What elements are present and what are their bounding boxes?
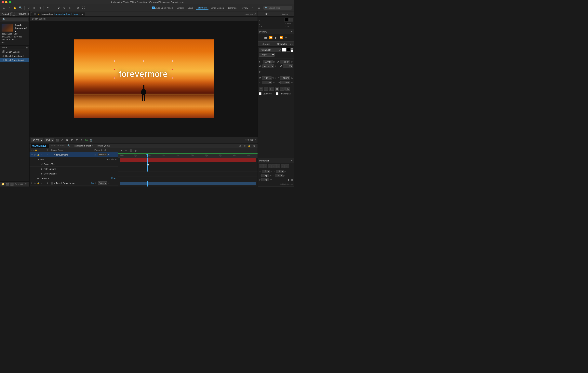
tl-flow-btn[interactable]: ⛓ [134,149,137,153]
list-item[interactable]: 🎞 Beach Sunset.mp4 [0,54,29,58]
vertical-scale-input[interactable] [262,76,272,80]
fmt-bold[interactable]: T [259,87,263,91]
add-color-btn[interactable]: + [289,18,293,21]
layer-row[interactable]: ◷ Source Text [30,162,118,167]
comp-tab-beach-sunset[interactable]: ⬛ 🔒 Composition Composition Beach Sunset… [31,12,85,16]
space-after-input[interactable] [261,178,269,181]
char-menu[interactable]: ≡ [290,43,292,45]
justify-center[interactable]: ≡ [276,164,280,168]
viewer-canvas[interactable]: forevermore [30,21,258,137]
fmt-superscript[interactable]: T² [280,87,284,91]
justify-right[interactable]: ≡ [281,164,284,168]
tab-info[interactable]: Info [258,12,276,16]
eraser-tool[interactable]: ◇ [67,6,72,10]
maximize-button[interactable] [9,1,11,3]
selection-box[interactable] [114,61,173,78]
kerning-select[interactable]: Metrics [262,64,274,68]
handle-bot-right[interactable] [172,77,173,78]
kerning-dropdown[interactable]: ▼ [275,65,277,67]
fmt-subscript[interactable]: T₂ [285,87,290,91]
render-queue[interactable]: Render Queue [96,145,110,147]
expand-transform-1[interactable]: ▶ [37,177,39,179]
quality-select[interactable]: Full [44,138,54,142]
text-tool[interactable]: T [51,6,56,10]
camera-icon[interactable]: 📷 [89,138,93,142]
brush-tool[interactable]: 🖌 [56,6,61,10]
tl-graph-btn[interactable]: ⊠ [242,144,247,148]
go-to-end[interactable]: ⏭ [284,36,288,40]
tsume-input[interactable] [280,81,290,84]
tab-libraries[interactable]: Libraries [258,42,274,46]
indent-left-input[interactable] [262,170,270,173]
expand-text[interactable]: ▼ [37,159,39,160]
para-end-btn[interactable]: ⏭ [290,178,293,181]
expand-more[interactable]: ▶ [41,173,43,175]
timeline-timecode[interactable] [31,144,49,148]
track-bar-2[interactable] [120,182,256,185]
project-search-input[interactable] [1,18,28,21]
expand-char-panel[interactable]: » [292,43,294,45]
step-forward[interactable]: ⏩ [279,36,283,40]
ws-learn[interactable]: Learn [186,6,196,10]
font-size-input[interactable] [263,60,273,64]
timeline-search[interactable]: 🔍 [67,144,71,148]
fx-btn-2[interactable]: fx / [91,182,94,184]
roto-tool[interactable]: ⊙ [75,6,80,10]
animate-btn[interactable]: Animate: ⊕ [107,158,118,160]
horizontal-scale-input[interactable] [280,76,290,80]
layer-shy-btn-2[interactable]: ○ [40,182,42,184]
rotate-tool[interactable]: ↺ [26,6,31,10]
list-item[interactable]: 🎞 Beach Sunset.mp4 [0,58,29,62]
tracking-input[interactable] [280,60,290,64]
layer-row[interactable]: ▶ Transform Reset [30,176,118,181]
tl-comp-marker[interactable]: ⊠ [124,149,128,153]
hindi-digits-checkbox[interactable] [276,92,278,95]
para-menu[interactable]: ≡ [291,160,293,162]
font-select[interactable]: Nexa Light [259,48,281,52]
fill-color[interactable] [282,48,286,52]
parent-pick-1[interactable]: ▾ [108,154,109,156]
transparency-grid[interactable]: ⊞ [70,138,74,142]
layer-lock-btn-2[interactable]: 🔒 [37,182,39,184]
fmt-italic[interactable]: T [264,87,268,91]
indent-right-input[interactable] [276,170,284,173]
parent-select-1[interactable]: None [98,153,107,156]
handle-top-center[interactable] [143,60,144,62]
fmt-smallcaps[interactable]: Tt [275,87,279,91]
vert-scale-arrow[interactable]: ▼ [275,77,277,79]
horiz-scale-arrow[interactable]: ▼ [294,77,294,79]
justify-all[interactable]: ≡ [285,164,289,168]
layer-eye-btn[interactable]: 👁 [30,153,33,156]
panel-controls[interactable]: ⊞ [257,6,261,10]
parent-pick-2[interactable]: ▾ [108,182,109,184]
tracking-arrow[interactable]: ▼ [294,61,294,63]
zoom-tool[interactable]: 🔍 [18,6,23,10]
align-center[interactable]: ≡ [263,164,267,168]
handle-mid-right[interactable] [172,69,173,70]
zoom-select[interactable]: 49.3% [31,138,43,142]
layer-row[interactable]: ▼ Text Animate: ⊕ [30,157,118,162]
play-pause[interactable]: ▶ [274,36,278,40]
puppet-pin[interactable]: ◈ [32,6,36,10]
align-left[interactable]: ≡ [259,164,263,168]
hand-tool[interactable]: ✋ [13,6,17,10]
expand-path[interactable]: ▶ [41,168,43,170]
ligatures-checkbox[interactable] [259,92,262,95]
clone-tool[interactable]: ⊕ [62,6,67,10]
handle-top-right[interactable] [172,60,173,62]
ws-default[interactable]: Default [175,6,186,10]
para-play-btn[interactable]: ▶ [288,178,290,181]
new-comp-btn[interactable]: 🎬 [6,182,9,186]
toggle-masks[interactable]: ⬛ [55,138,60,142]
layer-row[interactable]: ▶ Path Options [30,167,118,171]
layer-solo-btn[interactable]: ◎ [33,153,36,156]
ws-small-screen[interactable]: Small Screen [209,6,226,10]
grid-view-btn[interactable]: ⊞ [26,46,28,49]
stroke-color[interactable] [286,48,290,52]
layer-lock-btn[interactable]: 🔒 [37,153,39,156]
layer-row[interactable]: ▶ More Options [30,171,118,176]
shape-tool[interactable]: ◻ [37,6,42,10]
tab-character[interactable]: Character [274,42,290,46]
tab-audio[interactable]: Audio [276,12,294,16]
style-select[interactable]: Regular [259,53,275,57]
